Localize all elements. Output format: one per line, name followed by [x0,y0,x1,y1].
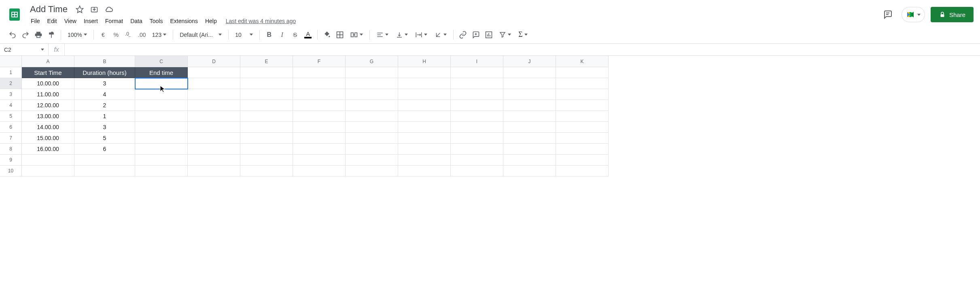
cell[interactable] [398,111,451,122]
paint-format-button[interactable] [45,29,57,41]
cell[interactable] [346,166,398,176]
col-header[interactable]: H [398,56,451,67]
meet-button[interactable] [902,7,925,22]
fill-color-button[interactable] [321,29,333,41]
cell[interactable] [398,144,451,155]
move-icon[interactable] [89,4,99,14]
row-header[interactable]: 6 [0,122,22,133]
cell[interactable] [346,133,398,144]
cell[interactable]: 4 [74,89,135,100]
cell[interactable] [556,144,609,155]
cell[interactable]: 11.00.00 [22,89,74,100]
cell[interactable]: 15.00.00 [22,133,74,144]
strikethrough-button[interactable]: S [289,29,301,41]
cell[interactable] [188,166,240,176]
menu-edit[interactable]: Edit [44,16,60,26]
cell[interactable]: 16.00.00 [22,144,74,155]
document-title[interactable]: Add Time [28,3,70,15]
cell[interactable] [451,155,503,166]
cell[interactable] [293,122,346,133]
cell[interactable] [346,144,398,155]
cell[interactable] [74,155,135,166]
cell[interactable] [240,78,293,89]
insert-comment-button[interactable] [470,29,482,41]
cell[interactable] [556,89,609,100]
cell[interactable] [346,122,398,133]
cell[interactable] [503,67,556,78]
zoom-dropdown[interactable]: 100% [64,29,90,41]
last-edit-link[interactable]: Last edit was 4 minutes ago [226,18,296,24]
cell[interactable]: 6 [74,144,135,155]
cell[interactable] [346,89,398,100]
cell[interactable] [22,166,74,176]
merge-cells-dropdown[interactable] [347,29,366,41]
select-all-corner[interactable] [0,56,22,67]
share-button[interactable]: Share [931,7,974,22]
sheets-logo-icon[interactable] [6,6,23,23]
cell[interactable] [240,100,293,111]
font-size-dropdown[interactable]: 10 [232,29,256,41]
cell[interactable] [293,155,346,166]
cell[interactable] [188,122,240,133]
cell[interactable] [556,155,609,166]
cell[interactable] [346,78,398,89]
cell[interactable] [398,166,451,176]
col-header[interactable]: F [293,56,346,67]
row-header[interactable]: 2 [0,78,22,89]
menu-tools[interactable]: Tools [146,16,166,26]
font-dropdown[interactable]: Default (Ari... [176,29,225,41]
cell[interactable] [503,166,556,176]
cell[interactable] [188,133,240,144]
cell[interactable] [451,144,503,155]
cell[interactable] [188,155,240,166]
cell[interactable] [240,67,293,78]
rotate-dropdown[interactable] [431,29,450,41]
cell[interactable]: 3 [74,78,135,89]
cell[interactable]: 10.00.00 [22,78,74,89]
col-header[interactable]: A [22,56,74,67]
cell[interactable] [188,111,240,122]
cell[interactable] [293,111,346,122]
cell[interactable] [503,78,556,89]
cell[interactable] [398,100,451,111]
row-header[interactable]: 3 [0,89,22,100]
cell[interactable] [135,100,188,111]
name-box[interactable]: C2 [0,44,49,55]
col-header[interactable]: B [74,56,135,67]
menu-file[interactable]: File [28,16,43,26]
cell[interactable] [293,144,346,155]
cloud-status-icon[interactable] [104,4,114,14]
number-format-dropdown[interactable]: 123 [149,29,170,41]
cell[interactable] [503,144,556,155]
cell[interactable]: 5 [74,133,135,144]
print-button[interactable] [32,29,45,41]
cell[interactable] [503,155,556,166]
cell[interactable] [135,166,188,176]
cell[interactable] [556,111,609,122]
col-header[interactable]: I [451,56,503,67]
cell[interactable] [503,133,556,144]
cell[interactable] [135,122,188,133]
cell[interactable] [451,67,503,78]
cell[interactable] [188,78,240,89]
cell[interactable] [188,100,240,111]
cell[interactable] [240,155,293,166]
menu-format[interactable]: Format [102,16,126,26]
text-color-button[interactable]: A [302,29,314,41]
cell[interactable] [451,166,503,176]
cell[interactable] [503,111,556,122]
cell[interactable] [398,155,451,166]
cell[interactable] [451,100,503,111]
cell[interactable] [556,166,609,176]
undo-button[interactable] [6,29,19,41]
col-header[interactable]: K [556,56,609,67]
row-header[interactable]: 10 [0,166,22,176]
cell[interactable] [135,144,188,155]
functions-dropdown[interactable]: Σ [515,29,530,41]
cell[interactable] [398,89,451,100]
cell[interactable] [346,100,398,111]
cell[interactable] [346,67,398,78]
cell-selected[interactable] [135,78,188,89]
currency-button[interactable]: € [97,29,109,41]
cell[interactable] [451,122,503,133]
